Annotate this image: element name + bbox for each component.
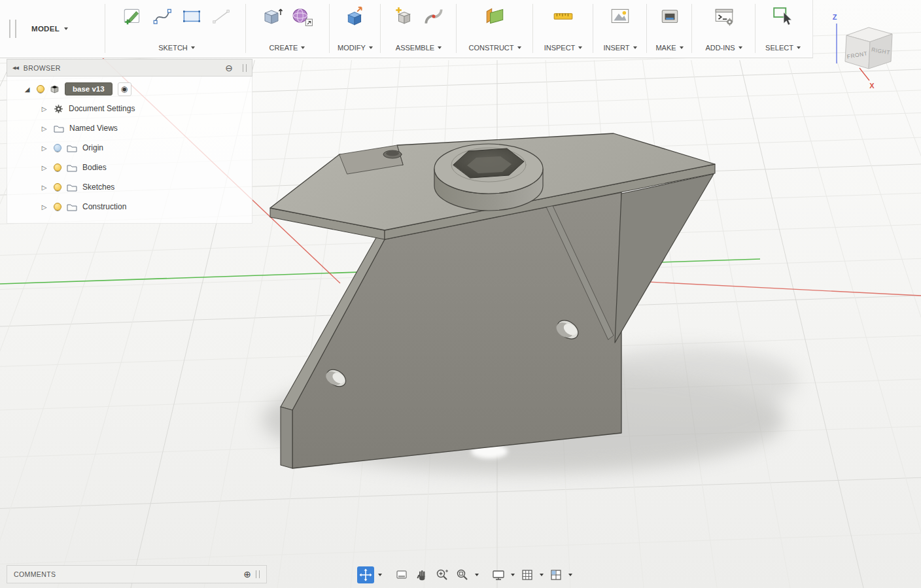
new-component-icon[interactable] <box>392 5 416 28</box>
expand-arrow-icon[interactable]: ◢ <box>23 86 31 93</box>
toolbar-separator <box>755 4 756 53</box>
viewcube-x-axis <box>860 68 869 80</box>
toolbar-group-construct: CONSTRUCT <box>458 0 532 58</box>
browser-item-label: Bodies <box>82 163 107 172</box>
measure-icon[interactable] <box>551 5 575 28</box>
folder-icon <box>67 144 77 152</box>
browser-item-document-settings[interactable]: ▷ Document Settings <box>7 99 252 118</box>
chevron-down-icon[interactable] <box>378 574 382 576</box>
create-form-icon[interactable] <box>290 5 314 28</box>
browser-item-label: Origin <box>82 143 103 152</box>
component-cube-icon <box>50 84 60 94</box>
visibility-bulb-icon[interactable] <box>54 203 61 211</box>
browser-item-label: Construction <box>82 202 126 211</box>
chevron-down-icon[interactable] <box>511 574 515 576</box>
visibility-bulb-icon[interactable] <box>54 144 61 152</box>
print-3d-icon[interactable] <box>658 5 682 28</box>
small-top-hole[interactable] <box>383 150 402 158</box>
toolbar-group-label: MODIFY <box>338 44 366 52</box>
constrained-orbit-button[interactable] <box>393 566 410 583</box>
expand-arrow-icon[interactable]: ▷ <box>40 184 48 191</box>
pan-hand-button[interactable] <box>413 566 430 583</box>
chevron-down-icon[interactable] <box>568 574 572 576</box>
browser-item-named-views[interactable]: ▷ Named Views <box>7 118 252 138</box>
toolbar-menu-inspect[interactable]: INSPECT <box>534 44 592 52</box>
toolbar-menu-sketch[interactable]: SKETCH <box>109 44 245 52</box>
zoom-fit-button[interactable] <box>454 566 471 583</box>
chevron-down-icon[interactable] <box>540 574 544 576</box>
toolbar-group-label: SKETCH <box>158 44 188 52</box>
browser-panel-header[interactable]: ◀◀ BROWSER ⊖ <box>7 59 252 77</box>
toolbar-group-label: SELECT <box>765 44 793 52</box>
panel-drag-handle[interactable] <box>243 64 247 72</box>
toolbar-menu-modify[interactable]: MODIFY <box>331 44 379 52</box>
collapse-panel-icon[interactable]: ◀◀ <box>12 65 18 71</box>
expand-arrow-icon[interactable]: ▷ <box>40 105 48 112</box>
chevron-down-icon <box>191 46 195 49</box>
toolbar-group-sketch: SKETCH <box>109 0 245 58</box>
workspace-selector[interactable]: MODEL <box>24 18 76 40</box>
spline-icon[interactable] <box>150 5 174 28</box>
toolbar-group-label: ADD-INS <box>705 44 735 52</box>
expand-arrow-icon[interactable]: ▷ <box>40 164 48 171</box>
add-comment-icon[interactable]: ⊕ <box>243 570 251 579</box>
toolbar-group-addins: ADD-INS <box>693 0 754 58</box>
toolbar-grip-handle[interactable] <box>9 20 16 38</box>
display-settings-button[interactable] <box>490 566 507 583</box>
toolbar-menu-create[interactable]: CREATE <box>247 44 327 52</box>
plate-left-face[interactable] <box>281 407 292 468</box>
browser-item-origin[interactable]: ▷ Origin <box>7 138 252 158</box>
main-toolbar: MODEL <box>0 0 813 58</box>
browser-item-construction[interactable]: ▷ Construction <box>7 197 252 216</box>
insert-canvas-icon[interactable] <box>608 5 632 28</box>
browser-item-label: Document Settings <box>69 104 135 113</box>
expand-arrow-icon[interactable]: ▷ <box>40 125 48 132</box>
panel-drag-handle[interactable] <box>256 570 260 578</box>
toolbar-menu-insert[interactable]: INSERT <box>595 44 646 52</box>
toolbar-group-label: CREATE <box>269 44 298 52</box>
toolbar-group-insert: INSERT <box>595 0 646 58</box>
zoom-button[interactable] <box>434 566 451 583</box>
viewports-button[interactable] <box>547 566 565 583</box>
grid-settings-button[interactable] <box>519 566 536 583</box>
toolbar-menu-select[interactable]: SELECT <box>757 44 809 52</box>
toolbar-separator <box>105 4 105 53</box>
gusset-right-face[interactable] <box>615 174 714 343</box>
visibility-bulb-icon[interactable] <box>54 183 61 191</box>
viewcube[interactable]: Z X FRONT RIGHT <box>822 1 920 96</box>
toolbar-menu-construct[interactable]: CONSTRUCT <box>458 44 532 52</box>
browser-item-label: Sketches <box>82 182 114 192</box>
boss-cylinder[interactable] <box>434 144 543 211</box>
minimize-panel-icon[interactable]: ⊖ <box>225 63 233 73</box>
chevron-down-icon[interactable] <box>475 574 479 576</box>
toolbar-group-inspect: INSPECT <box>534 0 592 58</box>
joint-icon[interactable] <box>422 5 445 28</box>
activate-component-radio[interactable]: ◉ <box>118 82 131 96</box>
toolbar-separator <box>329 4 330 53</box>
toolbar-menu-make[interactable]: MAKE <box>648 44 691 52</box>
construction-plane-icon[interactable] <box>483 5 507 28</box>
browser-item-root-component[interactable]: ◢ base v13 ◉ <box>7 79 252 99</box>
pan-orbit-button[interactable] <box>357 566 374 583</box>
toolbar-separator <box>380 4 381 53</box>
folder-icon <box>67 164 77 172</box>
press-pull-icon[interactable] <box>343 5 367 28</box>
viewcube-z-label: Z <box>833 13 837 21</box>
browser-item-bodies[interactable]: ▷ Bodies <box>7 158 252 177</box>
select-cursor-icon[interactable] <box>771 5 795 28</box>
visibility-bulb-icon[interactable] <box>54 164 61 171</box>
visibility-bulb-icon[interactable] <box>37 85 44 93</box>
expand-arrow-icon[interactable]: ▷ <box>40 145 48 152</box>
toolbar-separator <box>245 4 246 53</box>
rectangle-icon[interactable] <box>180 5 203 28</box>
browser-item-sketches[interactable]: ▷ Sketches <box>7 177 252 197</box>
create-sketch-icon[interactable] <box>121 5 145 28</box>
selected-component-name[interactable]: base v13 <box>65 82 113 95</box>
comments-panel[interactable]: COMMENTS ⊕ <box>7 565 267 583</box>
toolbar-menu-assemble[interactable]: ASSEMBLE <box>382 44 455 52</box>
line-icon[interactable] <box>209 5 233 28</box>
toolbar-menu-addins[interactable]: ADD-INS <box>693 44 754 52</box>
new-body-box-icon[interactable] <box>261 5 285 28</box>
scripts-addins-icon[interactable] <box>712 5 736 28</box>
expand-arrow-icon[interactable]: ▷ <box>40 203 48 211</box>
